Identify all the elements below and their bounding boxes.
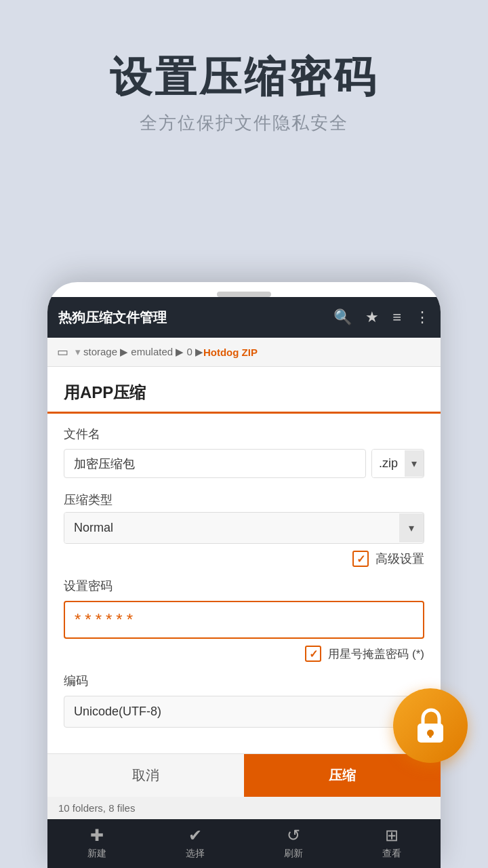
cancel-button[interactable]: 取消 [47,754,244,797]
compress-dialog: 用APP压缩 文件名 .zip ▾ 压缩类型 Normal ▾ ✓ [47,367,441,797]
encoding-input[interactable] [64,696,424,728]
advanced-checkbox[interactable]: ✓ [352,551,369,567]
nav-label-refresh: 刷新 [284,848,303,860]
file-info-bar: 10 folders, 8 files [47,797,441,819]
filename-input[interactable] [64,449,366,478]
password-label: 设置密码 [64,578,424,594]
breadcrumb: ▭ ▾ storage ▶ emulated ▶ 0 ▶ Hotdog ZIP [47,338,441,367]
toolbar-icons: 🔍 ★ ≡ ⋮ [333,309,430,326]
nav-item-select[interactable]: ✔ 选择 [146,819,244,868]
menu-icon[interactable]: ≡ [392,309,401,326]
svg-rect-2 [429,733,432,738]
extension-selector: .zip ▾ [371,449,424,478]
device-icon: ▭ [57,344,68,359]
breadcrumb-path: storage ▶ emulated ▶ 0 ▶ [83,346,203,358]
search-icon[interactable]: 🔍 [333,309,352,326]
phone-speaker [217,292,271,297]
filename-label: 文件名 [64,426,424,442]
nav-label-view: 查看 [382,848,401,860]
compression-value: Normal [64,513,399,543]
select-icon: ✔ [188,826,202,845]
new-icon: ✚ [90,826,104,845]
extension-dropdown-btn[interactable]: ▾ [405,450,424,477]
star-icon[interactable]: ★ [365,309,379,326]
breadcrumb-current[interactable]: Hotdog ZIP [203,347,258,358]
dialog-header: 用APP压缩 [47,367,441,414]
advanced-row: ✓ 高级设置 [64,551,424,567]
page-bg-subtitle: 全方位保护文件隐私安全 [0,111,488,135]
mask-checkbox[interactable]: ✓ [305,646,321,662]
confirm-button[interactable]: 压缩 [244,754,441,797]
nav-item-view[interactable]: ⊞ 查看 [342,819,441,868]
extension-label: .zip [372,450,405,477]
check-mark-icon: ✓ [357,553,365,566]
mask-row: ✓ 用星号掩盖密码 (*) [64,646,424,662]
mask-label: 用星号掩盖密码 (*) [328,646,424,662]
nav-item-new[interactable]: ✚ 新建 [47,819,146,868]
compression-dropdown-btn[interactable]: ▾ [399,513,424,542]
compression-selector[interactable]: Normal ▾ [64,512,424,544]
nav-item-refresh[interactable]: ↺ 刷新 [244,819,342,868]
advanced-label: 高级设置 [375,551,424,567]
encoding-label: 编码 [64,673,424,689]
breadcrumb-arrow: ▾ [75,346,81,358]
filename-row: .zip ▾ [64,449,424,478]
phone-frame: 热狗压缩文件管理 🔍 ★ ≡ ⋮ ▭ ▾ storage ▶ emulated … [47,282,441,868]
dialog-body: 文件名 .zip ▾ 压缩类型 Normal ▾ ✓ 高级设置 [47,414,441,753]
nav-label-select: 选择 [186,848,205,860]
more-icon[interactable]: ⋮ [415,309,430,326]
password-value: ****** [75,610,137,629]
lock-icon [411,706,450,745]
nav-label-new: 新建 [87,848,106,860]
app-toolbar: 热狗压缩文件管理 🔍 ★ ≡ ⋮ [47,297,441,338]
bottom-nav: ✚ 新建 ✔ 选择 ↺ 刷新 ⊞ 查看 [47,819,441,868]
page-bg-title: 设置压缩密码 [0,54,488,100]
password-field[interactable]: ****** [64,601,424,639]
dialog-buttons: 取消 压缩 [47,753,441,797]
refresh-icon: ↺ [287,826,300,845]
compression-label: 压缩类型 [64,492,424,508]
float-lock-button[interactable] [393,688,468,763]
dialog-title: 用APP压缩 [64,382,424,403]
view-icon: ⊞ [385,826,399,845]
mask-check-mark-icon: ✓ [309,648,318,660]
app-title: 热狗压缩文件管理 [58,309,333,327]
